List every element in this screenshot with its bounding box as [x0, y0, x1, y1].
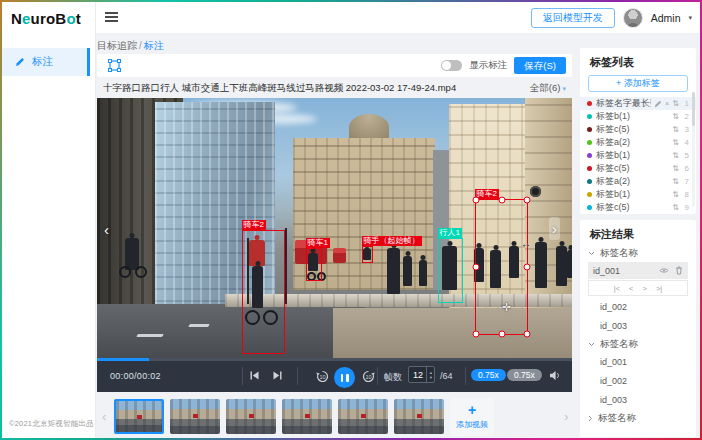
- label-row[interactable]: 标签c(5) ⇅ 9: [580, 201, 696, 214]
- film-thumbnail[interactable]: [282, 399, 332, 434]
- avatar[interactable]: [623, 8, 643, 28]
- annotation-label: 骑车1: [306, 238, 330, 248]
- add-video-label: 添加视频: [456, 419, 488, 430]
- film-thumbnail[interactable]: [394, 399, 444, 434]
- divider: [297, 367, 298, 385]
- sort-icon[interactable]: ⇅: [672, 139, 679, 147]
- sort-icon[interactable]: ⇅: [672, 204, 679, 212]
- back-to-model-dev-button[interactable]: 返回模型开发: [531, 8, 615, 28]
- filter-dropdown[interactable]: 全部(6)▾: [530, 82, 566, 95]
- filmstrip-next-chevron[interactable]: ›: [564, 409, 568, 424]
- film-thumbnail-selected[interactable]: [114, 399, 164, 434]
- label-row[interactable]: 标签b(1) ⇅ 2: [580, 110, 696, 123]
- sort-icon[interactable]: ⇅: [672, 100, 679, 108]
- result-group-label: 标签名称: [600, 247, 638, 260]
- next-frame-chevron[interactable]: ›: [549, 217, 560, 240]
- progress-bar[interactable]: [97, 358, 572, 361]
- sort-icon[interactable]: ⇅: [672, 178, 679, 186]
- annotation-box[interactable]: 行人1: [438, 238, 463, 303]
- eye-icon[interactable]: [659, 267, 669, 274]
- page-last-button[interactable]: >|: [656, 284, 662, 293]
- resize-handle[interactable]: [498, 331, 505, 338]
- frame-stepper[interactable]: ▴▾: [426, 367, 435, 382]
- page-next-button[interactable]: >: [643, 284, 647, 293]
- sidebar-item-annotate[interactable]: 标注: [2, 48, 90, 76]
- sort-icon[interactable]: ⇅: [672, 191, 679, 199]
- result-group-header[interactable]: 标签名称: [580, 245, 696, 262]
- resize-handle[interactable]: [524, 197, 531, 204]
- annotation-box[interactable]: 骑手（起始帧）: [362, 246, 373, 263]
- resize-handle[interactable]: [473, 331, 480, 338]
- result-item[interactable]: id_002: [580, 298, 696, 317]
- result-item[interactable]: id_002: [580, 372, 696, 391]
- filmstrip-prev-chevron[interactable]: ‹: [102, 409, 106, 424]
- next-frame-button[interactable]: [272, 370, 283, 381]
- result-item[interactable]: id_001: [580, 353, 696, 372]
- edit-icon[interactable]: [654, 100, 662, 108]
- replay-10-button[interactable]: 10: [315, 369, 330, 384]
- screen-frame: NeuroBot 标注 ©2021北京矩视智能出品 返回模型开发 Admin ▾…: [0, 0, 702, 440]
- prev-frame-button[interactable]: [249, 370, 260, 381]
- sort-icon[interactable]: ⇅: [672, 165, 679, 173]
- user-name[interactable]: Admin: [651, 12, 681, 24]
- scene-lane-mark: [188, 324, 210, 327]
- pause-button[interactable]: [334, 367, 355, 388]
- frame-count-label: 帧数: [384, 371, 402, 384]
- resize-handle[interactable]: [473, 197, 480, 204]
- result-item-selected[interactable]: id_001: [588, 262, 688, 279]
- resize-handle[interactable]: [524, 331, 531, 338]
- divider: [377, 367, 378, 385]
- result-group-header[interactable]: 标签名称: [580, 410, 696, 427]
- bbox-tool-icon[interactable]: [107, 58, 122, 73]
- resize-handle[interactable]: [498, 197, 505, 204]
- film-thumbnail[interactable]: [226, 399, 276, 434]
- sort-icon[interactable]: ⇅: [672, 113, 679, 121]
- add-label-button[interactable]: + 添加标签: [588, 75, 688, 92]
- chevron-down-icon: [588, 251, 595, 256]
- annotation-label: 骑车2: [242, 220, 266, 230]
- annotation-box[interactable]: 骑车2: [242, 230, 285, 354]
- label-order: 8: [682, 190, 689, 199]
- film-thumbnail[interactable]: [170, 399, 220, 434]
- result-item[interactable]: id_003: [580, 317, 696, 336]
- label-row[interactable]: 标签名字最长数... × ⇅ 1: [580, 97, 696, 110]
- sort-icon[interactable]: ⇅: [672, 126, 679, 134]
- label-row[interactable]: 标签c(5) ⇅ 6: [580, 162, 696, 175]
- scene-dome: [349, 114, 389, 141]
- menu-collapse-icon[interactable]: [105, 12, 118, 23]
- label-row[interactable]: 标签b(1) ⇅ 5: [580, 149, 696, 162]
- delete-icon[interactable]: ×: [665, 100, 670, 108]
- annotation-box-selected[interactable]: 骑车2: [475, 199, 528, 335]
- page-prev-button[interactable]: <: [629, 284, 633, 293]
- label-row[interactable]: 标签c(5) ⇅ 3: [580, 123, 696, 136]
- trash-icon[interactable]: [675, 266, 683, 275]
- volume-icon[interactable]: [549, 370, 561, 381]
- save-button[interactable]: 保存(S): [514, 57, 566, 74]
- page-first-button[interactable]: |<: [614, 284, 620, 293]
- show-annotation-toggle[interactable]: [441, 60, 462, 71]
- add-video-button[interactable]: + 添加视频: [450, 398, 494, 436]
- annotation-label: 骑手（起始帧）: [362, 236, 422, 246]
- sort-icon[interactable]: ⇅: [672, 152, 679, 160]
- breadcrumb-separator: /: [139, 40, 142, 51]
- label-row[interactable]: 标签a(2) ⇅ 7: [580, 175, 696, 188]
- speed-inactive-badge[interactable]: 0.75x: [507, 369, 542, 381]
- breadcrumb-current: 标注: [144, 40, 164, 51]
- forward-10-button[interactable]: 10: [361, 369, 376, 384]
- label-row[interactable]: 标签b(1) ⇅ 8: [580, 188, 696, 201]
- result-group-header[interactable]: 标签名称: [580, 336, 696, 353]
- result-item[interactable]: id_003: [580, 391, 696, 410]
- prev-frame-chevron[interactable]: ‹: [104, 222, 109, 237]
- resize-handle[interactable]: [524, 264, 531, 271]
- scene-wheel: [119, 266, 131, 278]
- label-row[interactable]: 标签a(2) ⇅ 4: [580, 136, 696, 149]
- resize-handle[interactable]: [473, 264, 480, 271]
- speed-active-badge[interactable]: 0.75x: [471, 369, 506, 381]
- video-canvas[interactable]: 骑车2 骑车1 骑手（起始帧） 行人1 骑车2 ↔ ✛ ‹ ›: [97, 98, 572, 358]
- label-order: 3: [682, 125, 689, 134]
- scrollbar[interactable]: [692, 92, 695, 207]
- film-thumbnail[interactable]: [338, 399, 388, 434]
- sidebar: NeuroBot 标注 ©2021北京矩视智能出品: [2, 2, 96, 438]
- breadcrumb-parent[interactable]: 目标追踪: [97, 40, 137, 51]
- annotation-box[interactable]: 骑车1: [306, 248, 322, 281]
